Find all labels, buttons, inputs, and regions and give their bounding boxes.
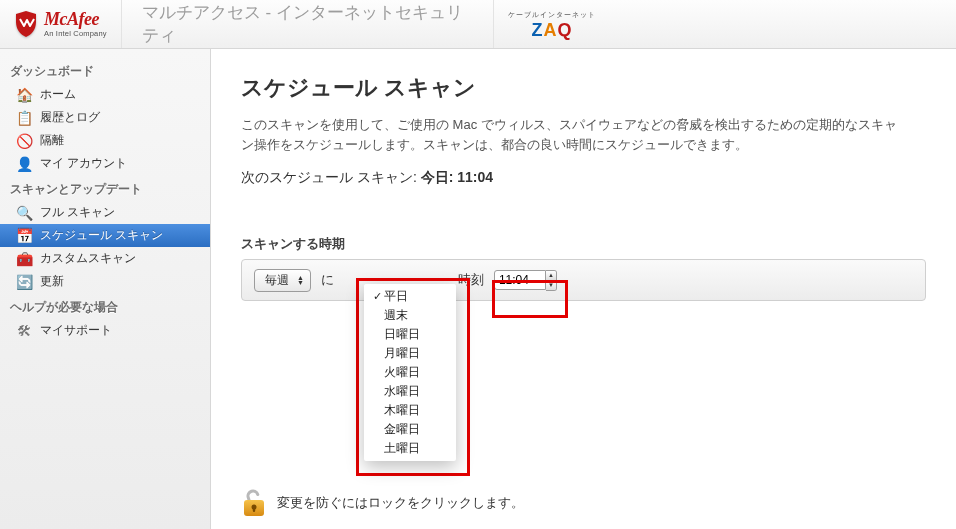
sidebar-item-label: フル スキャン <box>40 204 115 221</box>
unlocked-padlock-icon[interactable] <box>241 488 267 518</box>
day-option-label: 月曜日 <box>384 345 420 362</box>
sidebar-item-fullscan[interactable]: 🔍 フル スキャン <box>0 201 210 224</box>
app-title: マルチアクセス - インターネットセキュリティ <box>122 1 493 47</box>
history-icon: 📋 <box>16 110 32 126</box>
time-input[interactable] <box>494 270 546 290</box>
sidebar-item-label: 隔離 <box>40 132 64 149</box>
day-option-label: 週末 <box>384 307 408 324</box>
scan-timing-panel: 毎週 ▲▼ に 時刻 ▲ ▼ <box>241 259 926 301</box>
day-option-label: 水曜日 <box>384 383 420 400</box>
next-scan-label: 次のスケジュール スキャン: <box>241 169 421 185</box>
time-field: ▲ ▼ <box>494 270 557 291</box>
brand-subtitle: An Intel Company <box>44 30 107 38</box>
day-dropdown[interactable]: ✓平日週末日曜日月曜日火曜日水曜日木曜日金曜日土曜日 <box>364 284 456 461</box>
sidebar-item-label: マイサポート <box>40 322 112 339</box>
search-icon: 🔍 <box>16 205 32 221</box>
time-stepper[interactable]: ▲ ▼ <box>546 270 557 291</box>
day-option-label: 平日 <box>384 288 408 305</box>
partner-brand: ZAQ <box>531 21 572 39</box>
day-option[interactable]: 木曜日 <box>364 401 456 420</box>
lock-row: 変更を防ぐにはロックをクリックします。 <box>241 488 524 518</box>
day-option-label: 火曜日 <box>384 364 420 381</box>
sidebar-item-history[interactable]: 📋 履歴とログ <box>0 106 210 129</box>
day-option[interactable]: 火曜日 <box>364 363 456 382</box>
update-icon: 🔄 <box>16 274 32 290</box>
sidebar-group-dashboard: ダッシュボード <box>0 57 210 83</box>
frequency-value: 毎週 <box>265 272 289 289</box>
day-option[interactable]: 土曜日 <box>364 439 456 458</box>
sidebar-item-account[interactable]: 👤 マイ アカウント <box>0 152 210 175</box>
day-option-label: 日曜日 <box>384 326 420 343</box>
calendar-icon: 📅 <box>16 228 32 244</box>
sidebar-group-scan: スキャンとアップデート <box>0 175 210 201</box>
time-step-up[interactable]: ▲ <box>546 271 556 280</box>
partner-caption: ケーブルインターネット <box>508 10 596 20</box>
next-scan-value: 今日: 11:04 <box>421 169 493 185</box>
checkmark-icon: ✓ <box>370 290 384 303</box>
sidebar-item-label: マイ アカウント <box>40 155 127 172</box>
brand-logo: McAfee An Intel Company <box>0 0 122 48</box>
sidebar: ダッシュボード 🏠 ホーム 📋 履歴とログ 🚫 隔離 👤 マイ アカウント スキ… <box>0 49 211 529</box>
scan-timing-label: スキャンする時期 <box>241 235 926 253</box>
sidebar-item-label: 履歴とログ <box>40 109 100 126</box>
day-option-label: 土曜日 <box>384 440 420 457</box>
sidebar-item-label: 更新 <box>40 273 64 290</box>
time-label: 時刻 <box>458 271 484 289</box>
page-description: このスキャンを使用して、ご使用の Mac でウィルス、スパイウェアなどの脅威を検… <box>241 115 901 155</box>
select-arrows-icon: ▲▼ <box>295 275 306 285</box>
day-option[interactable]: 金曜日 <box>364 420 456 439</box>
custom-scan-icon: 🧰 <box>16 251 32 267</box>
sidebar-item-update[interactable]: 🔄 更新 <box>0 270 210 293</box>
app-header: McAfee An Intel Company マルチアクセス - インターネッ… <box>0 0 956 49</box>
sidebar-item-schedule[interactable]: 📅 スケジュール スキャン <box>0 224 210 247</box>
sidebar-item-support[interactable]: 🛠 マイサポート <box>0 319 210 342</box>
sidebar-item-quarantine[interactable]: 🚫 隔離 <box>0 129 210 152</box>
main-content: スケジュール スキャン このスキャンを使用して、ご使用の Mac でウィルス、ス… <box>211 49 956 529</box>
next-scan-line: 次のスケジュール スキャン: 今日: 11:04 <box>241 169 926 187</box>
partner-logo: ケーブルインターネット ZAQ <box>493 0 956 48</box>
sidebar-item-label: ホーム <box>40 86 76 103</box>
conjunction-label: に <box>321 271 334 289</box>
day-option[interactable]: 日曜日 <box>364 325 456 344</box>
mcafee-shield-icon <box>14 10 38 38</box>
day-option[interactable]: ✓平日 <box>364 287 456 306</box>
sidebar-item-label: カスタムスキャン <box>40 250 136 267</box>
day-option[interactable]: 週末 <box>364 306 456 325</box>
day-option-label: 金曜日 <box>384 421 420 438</box>
svg-rect-2 <box>253 507 255 512</box>
sidebar-item-customscan[interactable]: 🧰 カスタムスキャン <box>0 247 210 270</box>
lock-text: 変更を防ぐにはロックをクリックします。 <box>277 494 524 512</box>
account-icon: 👤 <box>16 156 32 172</box>
sidebar-item-label: スケジュール スキャン <box>40 227 163 244</box>
day-option[interactable]: 月曜日 <box>364 344 456 363</box>
day-option-label: 木曜日 <box>384 402 420 419</box>
sidebar-group-help: ヘルプが必要な場合 <box>0 293 210 319</box>
time-step-down[interactable]: ▼ <box>546 280 556 290</box>
tools-icon: 🛠 <box>16 323 32 339</box>
brand-name: McAfee <box>44 10 107 28</box>
day-option[interactable]: 水曜日 <box>364 382 456 401</box>
page-title: スケジュール スキャン <box>241 73 926 103</box>
frequency-select[interactable]: 毎週 ▲▼ <box>254 269 311 292</box>
sidebar-item-home[interactable]: 🏠 ホーム <box>0 83 210 106</box>
home-icon: 🏠 <box>16 87 32 103</box>
quarantine-icon: 🚫 <box>16 133 32 149</box>
